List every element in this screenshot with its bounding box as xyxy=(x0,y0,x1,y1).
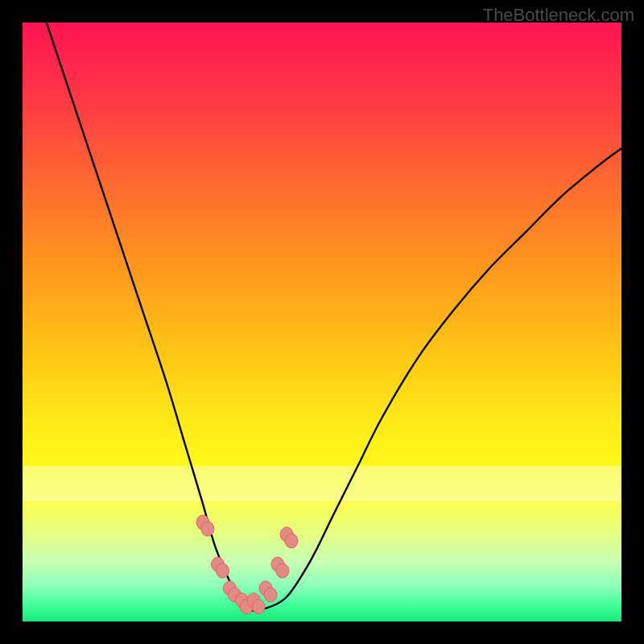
marker xyxy=(280,527,298,548)
marker xyxy=(196,515,214,536)
marker xyxy=(259,581,277,602)
svg-point-3 xyxy=(217,564,229,578)
highlight-markers xyxy=(196,515,298,614)
svg-point-15 xyxy=(285,534,298,548)
marker xyxy=(271,557,289,578)
svg-point-13 xyxy=(276,564,289,578)
svg-point-9 xyxy=(252,600,265,614)
svg-point-11 xyxy=(264,588,277,602)
chart-svg xyxy=(23,23,621,621)
bottleneck-curve xyxy=(47,23,621,611)
watermark-text: TheBottleneck.com xyxy=(483,5,634,26)
svg-point-1 xyxy=(201,522,214,536)
marker xyxy=(212,557,229,578)
chart-plot-area xyxy=(23,23,621,621)
